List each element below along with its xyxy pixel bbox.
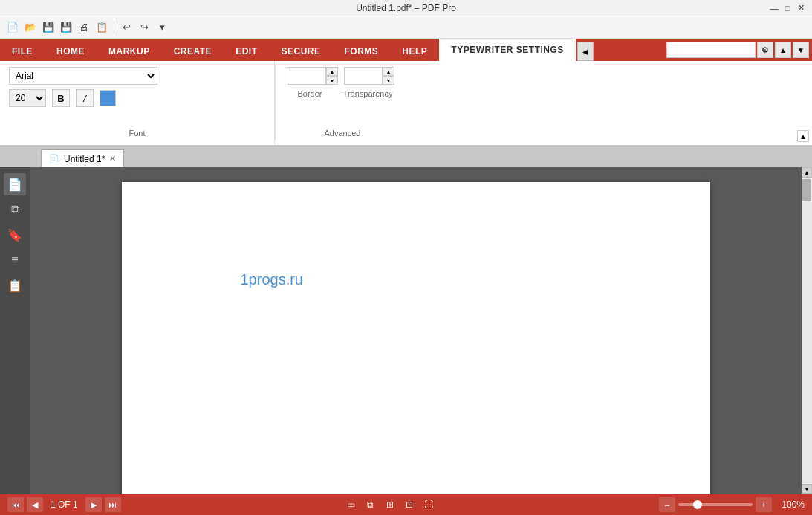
- new-file-button[interactable]: 📄: [4, 19, 21, 36]
- font-section: Arial Times New Roman Helvetica Courier …: [0, 61, 275, 145]
- bold-button[interactable]: B: [52, 89, 70, 107]
- close-button[interactable]: ✕: [796, 3, 806, 13]
- right-scrollbar: ▲ ▼: [802, 167, 812, 494]
- tab-file[interactable]: FILE: [0, 42, 45, 61]
- title-bar: Untitled 1.pdf* – PDF Pro — □ ✕: [0, 0, 812, 16]
- window-title: Untitled 1.pdf* – PDF Pro: [356, 3, 456, 13]
- transparency-spinners: ▲ ▼: [383, 67, 394, 85]
- search-container: ⚙ ▲ ▼: [666, 42, 809, 58]
- border-up-button[interactable]: ▲: [326, 67, 338, 76]
- border-input[interactable]: 0px: [288, 67, 326, 85]
- transparency-down-button[interactable]: ▼: [383, 76, 394, 85]
- search-input[interactable]: [666, 42, 756, 58]
- main-area: 📄 ⧉ 🔖 ≡ 📋 1progs.ru ▲ ▼: [0, 167, 812, 494]
- sidebar-text-button[interactable]: ≡: [4, 249, 26, 271]
- left-sidebar: 📄 ⧉ 🔖 ≡ 📋: [0, 167, 30, 494]
- save-button[interactable]: 💾: [40, 19, 56, 36]
- undo-button[interactable]: ↩: [118, 19, 134, 36]
- open-button[interactable]: 📂: [22, 19, 39, 36]
- tab-home[interactable]: HOME: [45, 42, 97, 61]
- maximize-button[interactable]: □: [782, 3, 793, 13]
- two-page-button[interactable]: ⧉: [363, 497, 379, 512]
- quick-access-toolbar: 📄 📂 💾 💾 🖨 📋 ↩ ↪ ▾: [0, 16, 812, 39]
- fullscreen-button[interactable]: ⛶: [420, 497, 437, 512]
- advanced-section: 0px ▲ ▼ 0% ▲ ▼ Border Transparency Advan…: [276, 61, 409, 145]
- properties-button[interactable]: 📋: [94, 19, 110, 36]
- zoom-slider[interactable]: [678, 503, 753, 506]
- ribbon-collapse-button[interactable]: ▲: [797, 130, 809, 142]
- redo-button[interactable]: ↪: [136, 19, 152, 36]
- tab-label: Untitled 1*: [64, 154, 105, 164]
- zoom-controls: – + 100%: [659, 497, 805, 512]
- transparency-label: Transparency: [341, 89, 394, 98]
- tab-edit[interactable]: EDIT: [224, 42, 269, 61]
- status-bar: ⏮ ◀ 1 OF 1 ▶ ⏭ ▭ ⧉ ⊞ ⊡ ⛶ – + 100%: [0, 494, 812, 515]
- sidebar-thumbnails-button[interactable]: 📄: [4, 173, 26, 195]
- tab-help[interactable]: HELP: [390, 42, 439, 61]
- separator: [114, 21, 114, 34]
- search-settings-button[interactable]: ⚙: [757, 42, 773, 58]
- scroll-page-button[interactable]: ⊞: [382, 497, 398, 512]
- border-spinners: ▲ ▼: [326, 67, 338, 85]
- transparency-input[interactable]: 0%: [344, 67, 383, 85]
- search-down-button[interactable]: ▼: [793, 42, 809, 58]
- scroll-down-button[interactable]: ▼: [802, 484, 812, 494]
- italic-button[interactable]: /: [76, 89, 94, 107]
- tab-forms[interactable]: FORMS: [332, 42, 390, 61]
- font-section-label: Font: [9, 126, 265, 139]
- tab-icon: 📄: [49, 154, 59, 163]
- border-label: Border: [290, 89, 329, 98]
- scroll-track[interactable]: [802, 178, 812, 484]
- thumbnail-view-button[interactable]: ⊡: [401, 497, 418, 512]
- document-page: 1progs.ru: [122, 182, 710, 494]
- border-row: 0px ▲ ▼ 0% ▲ ▼: [288, 67, 397, 85]
- font-size-select[interactable]: 20 8 10 12 14 16 18 24 36: [9, 89, 46, 107]
- ribbon-overflow-left[interactable]: ◀: [577, 42, 594, 61]
- sidebar-bookmarks-button[interactable]: 🔖: [4, 224, 26, 246]
- advanced-section-label: Advanced: [288, 126, 397, 139]
- font-options-row: 20 8 10 12 14 16 18 24 36 B /: [9, 89, 265, 107]
- tab-create[interactable]: CREATE: [162, 42, 224, 61]
- scroll-thumb: [802, 179, 811, 201]
- page-navigation: ⏮ ◀ 1 OF 1 ▶ ⏭: [7, 497, 121, 512]
- prev-page-button[interactable]: ◀: [27, 497, 43, 512]
- border-spinner: 0px ▲ ▼: [288, 67, 338, 85]
- document-tab[interactable]: 📄 Untitled 1* ✕: [41, 149, 124, 167]
- zoom-in-button[interactable]: +: [756, 497, 772, 512]
- tab-bar: 📄 Untitled 1* ✕: [0, 146, 812, 167]
- transparency-up-button[interactable]: ▲: [383, 67, 394, 76]
- last-page-button[interactable]: ⏭: [105, 497, 121, 512]
- ribbon-tabs: FILE HOME MARKUP CREATE EDIT SECURE FORM…: [0, 39, 812, 61]
- single-page-button[interactable]: ▭: [343, 497, 360, 512]
- page-info: 1 OF 1: [46, 499, 82, 510]
- transparency-spinner: 0% ▲ ▼: [344, 67, 394, 85]
- tab-markup[interactable]: MARKUP: [97, 42, 162, 61]
- font-family-row: Arial Times New Roman Helvetica Courier: [9, 67, 265, 85]
- customize-button[interactable]: ▾: [154, 19, 170, 36]
- tab-typewriter-settings[interactable]: TYPEWRITER SETTINGS: [439, 39, 576, 61]
- tab-close-button[interactable]: ✕: [109, 155, 116, 163]
- zoom-label: 100%: [775, 499, 805, 510]
- labels-row: Border Transparency: [288, 89, 397, 98]
- ribbon-content: Arial Times New Roman Helvetica Courier …: [0, 61, 812, 146]
- search-up-button[interactable]: ▲: [775, 42, 791, 58]
- color-swatch[interactable]: [100, 90, 116, 106]
- tab-secure[interactable]: SECURE: [269, 42, 332, 61]
- scroll-up-button[interactable]: ▲: [802, 167, 812, 178]
- print-button[interactable]: 🖨: [76, 19, 92, 36]
- canvas-area[interactable]: 1progs.ru: [30, 167, 802, 494]
- border-down-button[interactable]: ▼: [326, 76, 338, 85]
- minimize-button[interactable]: —: [769, 3, 779, 13]
- sidebar-layers-button[interactable]: ⧉: [4, 198, 26, 221]
- first-page-button[interactable]: ⏮: [7, 497, 24, 512]
- zoom-out-button[interactable]: –: [659, 497, 675, 512]
- next-page-button[interactable]: ▶: [85, 497, 102, 512]
- window-controls: — □ ✕: [769, 3, 806, 13]
- save-as-button[interactable]: 💾: [58, 19, 74, 36]
- font-family-select[interactable]: Arial Times New Roman Helvetica Courier: [9, 67, 157, 85]
- document-text[interactable]: 1progs.ru: [241, 271, 304, 288]
- sidebar-attachments-button[interactable]: 📋: [4, 274, 26, 297]
- view-tools: ▭ ⧉ ⊞ ⊡ ⛶: [343, 497, 437, 512]
